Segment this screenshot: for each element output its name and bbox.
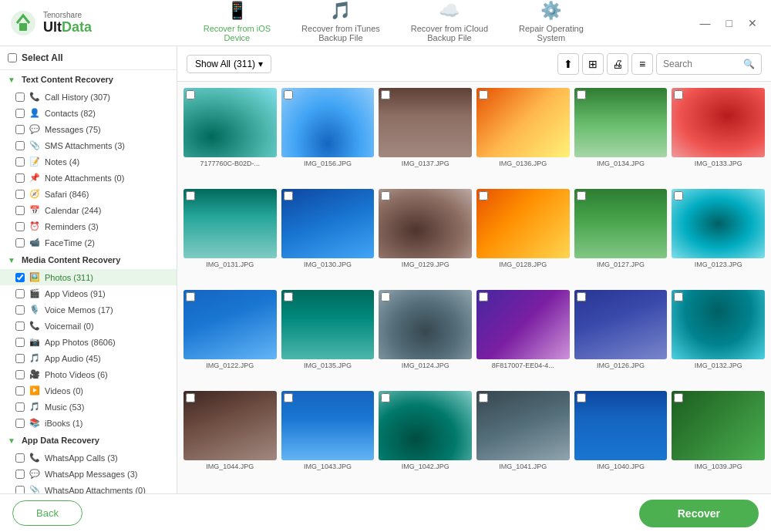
image-checkbox[interactable] [577, 90, 586, 99]
image-cell[interactable]: IMG_0156.JPG [281, 88, 375, 184]
image-cell[interactable]: IMG_0134.JPG [574, 88, 668, 184]
tab-itunes[interactable]: 🎵 Recover from iTunesBackup File [286, 0, 396, 49]
sidebar-item-call-history[interactable]: 📞 Call History (307) [0, 89, 177, 105]
image-cell[interactable]: IMG_0124.JPG [379, 290, 472, 386]
image-cell[interactable]: IMG_0129.JPG [379, 189, 472, 285]
sidebar-item-whatsapp-messages[interactable]: 💬 WhatsApp Messages (3) [0, 466, 177, 482]
image-cell[interactable]: IMG_1040.JPG [574, 391, 668, 487]
sidebar-item-notes[interactable]: 📝 Notes (4) [0, 153, 177, 170]
sidebar-item-whatsapp-attach[interactable]: 📎 WhatsApp Attachments (0) [0, 482, 177, 493]
sidebar-item-safari[interactable]: 🧭 Safari (846) [0, 186, 177, 202]
image-cell[interactable]: IMG_0128.JPG [476, 189, 570, 285]
tab-ios[interactable]: 📱 Recover from iOSDevice [188, 0, 286, 49]
image-checkbox[interactable] [674, 191, 683, 200]
reminders-checkbox[interactable] [15, 222, 25, 231]
recover-button[interactable]: Recover [639, 500, 759, 527]
sidebar-item-facetime[interactable]: 📹 FaceTime (2) [0, 234, 177, 251]
sidebar-item-music[interactable]: 🎵 Music (53) [0, 399, 177, 415]
sidebar-item-voice-memos[interactable]: 🎙️ Voice Memos (17) [0, 301, 177, 318]
sidebar-item-sms-attach[interactable]: 📎 SMS Attachments (3) [0, 137, 177, 153]
sidebar-item-app-audio[interactable]: 🎵 App Audio (45) [0, 350, 177, 366]
image-checkbox[interactable] [577, 292, 586, 301]
image-checkbox[interactable] [284, 393, 293, 402]
image-cell[interactable]: 7177760C-B02D-... [183, 88, 277, 184]
image-checkbox[interactable] [186, 292, 195, 301]
print-button[interactable]: 🖨 [607, 53, 628, 75]
sidebar-item-ibooks[interactable]: 📚 iBooks (1) [0, 415, 177, 431]
sidebar-item-whatsapp-calls[interactable]: 📞 WhatsApp Calls (3) [0, 450, 177, 466]
close-button[interactable]: ✕ [743, 15, 762, 31]
image-checkbox[interactable] [186, 90, 195, 99]
whatsapp-messages-checkbox[interactable] [15, 470, 25, 479]
image-checkbox[interactable] [577, 393, 586, 402]
image-cell[interactable]: IMG_1042.JPG [379, 391, 472, 487]
list-view-button[interactable]: ≡ [631, 53, 653, 75]
image-checkbox[interactable] [381, 191, 390, 200]
image-cell[interactable]: IMG_0136.JPG [476, 88, 570, 184]
image-cell[interactable]: IMG_1041.JPG [476, 391, 570, 487]
image-checkbox[interactable] [479, 191, 488, 200]
sidebar-item-app-videos[interactable]: 🎬 App Videos (91) [0, 285, 177, 301]
image-cell[interactable]: IMG_0137.JPG [379, 88, 472, 184]
sidebar-item-videos[interactable]: ▶️ Videos (0) [0, 382, 177, 399]
image-cell[interactable]: IMG_0133.JPG [672, 88, 765, 184]
whatsapp-calls-checkbox[interactable] [15, 453, 25, 463]
image-cell[interactable]: IMG_0130.JPG [281, 189, 375, 285]
facetime-checkbox[interactable] [15, 238, 25, 247]
sidebar-item-messages[interactable]: 💬 Messages (75) [0, 121, 177, 137]
image-checkbox[interactable] [674, 393, 683, 402]
image-checkbox[interactable] [381, 292, 390, 301]
image-cell[interactable]: IMG_0131.JPG [183, 189, 277, 285]
image-checkbox[interactable] [381, 393, 390, 402]
image-cell[interactable]: IMG_0123.JPG [672, 189, 765, 285]
image-checkbox[interactable] [479, 292, 488, 301]
select-all-row[interactable]: Select All [0, 46, 177, 70]
photo-videos-checkbox[interactable] [15, 370, 25, 379]
contacts-checkbox[interactable] [15, 109, 25, 118]
photos-checkbox[interactable] [15, 273, 25, 282]
note-attach-checkbox[interactable] [15, 173, 25, 183]
maximize-button[interactable]: □ [722, 15, 737, 31]
app-photos-checkbox[interactable] [15, 338, 25, 347]
sidebar-item-note-attach[interactable]: 📌 Note Attachments (0) [0, 170, 177, 186]
grid-view-button[interactable]: ⊞ [582, 53, 604, 75]
image-checkbox[interactable] [381, 90, 390, 99]
safari-checkbox[interactable] [15, 190, 25, 199]
sidebar-item-contacts[interactable]: 👤 Contacts (82) [0, 105, 177, 121]
sidebar-item-photos[interactable]: 🖼️ Photos (311) [0, 269, 177, 285]
image-checkbox[interactable] [674, 292, 683, 301]
sidebar-item-reminders[interactable]: ⏰ Reminders (3) [0, 218, 177, 234]
sidebar-item-voicemail[interactable]: 📞 Voicemail (0) [0, 318, 177, 334]
tab-icloud[interactable]: ☁️ Recover from iCloudBackup File [396, 0, 503, 49]
back-button[interactable]: Back [12, 500, 82, 526]
select-all-checkbox[interactable] [8, 53, 17, 62]
image-cell[interactable]: IMG_0135.JPG [281, 290, 375, 386]
search-input[interactable] [663, 59, 740, 69]
image-checkbox[interactable] [186, 393, 195, 402]
image-checkbox[interactable] [284, 90, 293, 99]
sidebar-item-photo-videos[interactable]: 🎥 Photo Videos (6) [0, 366, 177, 382]
image-cell[interactable]: IMG_0132.JPG [672, 290, 765, 386]
image-cell[interactable]: IMG_0122.JPG [183, 290, 277, 386]
app-audio-checkbox[interactable] [15, 354, 25, 363]
image-checkbox[interactable] [674, 90, 683, 99]
image-checkbox[interactable] [284, 292, 293, 301]
sms-attach-checkbox[interactable] [15, 141, 25, 150]
show-all-button[interactable]: Show All (311) ▾ [187, 55, 271, 73]
sidebar-item-app-photos[interactable]: 📷 App Photos (8606) [0, 334, 177, 350]
tab-repair[interactable]: ⚙️ Repair OperatingSystem [503, 0, 599, 49]
messages-checkbox[interactable] [15, 125, 25, 134]
image-cell[interactable]: IMG_0127.JPG [574, 189, 668, 285]
image-cell[interactable]: IMG_0126.JPG [574, 290, 668, 386]
image-checkbox[interactable] [186, 191, 195, 200]
image-cell[interactable]: IMG_1043.JPG [281, 391, 375, 487]
image-checkbox[interactable] [479, 393, 488, 402]
voice-memos-checkbox[interactable] [15, 305, 25, 315]
image-cell[interactable]: IMG_1044.JPG [183, 391, 277, 487]
export-button[interactable]: ⬆ [557, 53, 579, 75]
minimize-button[interactable]: — [695, 15, 715, 31]
videos-checkbox[interactable] [15, 386, 25, 396]
music-checkbox[interactable] [15, 402, 25, 412]
notes-checkbox[interactable] [15, 157, 25, 167]
ibooks-checkbox[interactable] [15, 419, 25, 428]
